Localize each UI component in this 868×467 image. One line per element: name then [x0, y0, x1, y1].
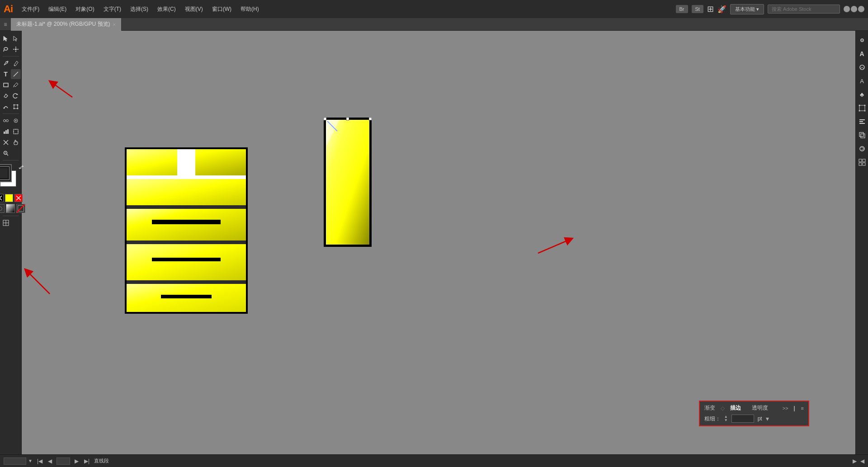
warp-tool[interactable] [1, 102, 11, 112]
color-area: ◯ [0, 164, 28, 213]
svg-rect-74 [859, 121, 863, 122]
eraser-tool[interactable] [1, 91, 11, 101]
artboard-tool[interactable] [11, 127, 21, 137]
blend-tool[interactable] [1, 116, 11, 126]
search-input[interactable] [768, 5, 840, 14]
pen-tool[interactable] [1, 58, 11, 68]
svg-rect-48 [127, 179, 246, 205]
align-panel-icon[interactable] [857, 117, 867, 127]
fill-swatch[interactable] [0, 164, 12, 182]
gradient-tab[interactable]: 渐变 [704, 404, 715, 412]
menu-help[interactable]: 帮助(H) [237, 4, 263, 15]
none-icon[interactable] [16, 204, 25, 213]
menu-object[interactable]: 对象(O) [72, 4, 98, 15]
grid-icon[interactable]: ⊞ [707, 4, 714, 14]
weight-dropdown[interactable]: ▾ [766, 415, 769, 422]
next-page-button[interactable]: ▶ [74, 458, 80, 464]
properties-icon[interactable] [857, 35, 867, 45]
color-swatches [0, 164, 24, 191]
pencil-tool[interactable] [11, 58, 21, 68]
document-tab[interactable]: 未标题-1.ai* @ 200% (RGB/GPU 预览) × [11, 18, 122, 31]
svg-rect-54 [152, 258, 221, 261]
swap-colors-icon[interactable] [18, 164, 24, 172]
eraser-tools [1, 91, 21, 101]
menu-edit[interactable]: 编辑(E) [45, 4, 70, 15]
symbol-panel-icon[interactable]: ♣ [857, 90, 867, 99]
svg-point-19 [6, 120, 8, 122]
zoom-dropdown-arrow[interactable]: ▼ [28, 458, 33, 463]
gradient-icon[interactable] [6, 204, 15, 213]
close-button[interactable]: × [858, 6, 864, 12]
none-swatch[interactable] [0, 194, 4, 202]
character-svg [125, 147, 248, 314]
graph-tools [1, 127, 21, 137]
magic-wand-tool[interactable] [11, 44, 21, 54]
color-mode-icon[interactable]: ◯ [0, 204, 5, 213]
play-button[interactable]: ▶ [853, 458, 857, 464]
slice-tool[interactable] [1, 137, 11, 147]
symbol-tool[interactable] [11, 116, 21, 126]
svg-rect-76 [859, 132, 863, 137]
page-number-input[interactable]: 1 [57, 458, 70, 465]
svg-rect-75 [859, 123, 865, 124]
weight-down-arrow[interactable]: ▼ [724, 419, 728, 422]
hand-tool[interactable] [11, 137, 21, 147]
weight-spinner[interactable]: ▲ ▼ [724, 415, 728, 422]
minimize-button[interactable]: – [844, 6, 850, 12]
red-swatch[interactable] [14, 194, 23, 202]
tab-close-button[interactable]: × [113, 22, 116, 27]
svg-point-12 [3, 108, 5, 109]
right-panel-strip: A A ♣ [855, 31, 868, 454]
last-page-button[interactable]: ▶| [83, 458, 90, 464]
menu-file[interactable]: 文件(F) [18, 4, 43, 15]
appearance-icon[interactable] [857, 62, 867, 72]
first-page-button[interactable]: |◀ [36, 458, 43, 464]
svg-rect-62 [324, 118, 326, 120]
br-button[interactable]: Br [676, 5, 688, 13]
expand-icon[interactable] [857, 144, 867, 154]
maximize-button[interactable]: □ [851, 6, 857, 12]
direct-selection-tool[interactable] [11, 33, 21, 43]
menu-window[interactable]: 窗口(W) [208, 4, 235, 15]
panel-menu-button[interactable]: ≡ [801, 406, 804, 411]
text-panel-icon[interactable]: A [857, 49, 867, 59]
font-panel-icon[interactable]: A [857, 76, 867, 86]
menu-view[interactable]: 视图(V) [181, 4, 207, 15]
zoom-input[interactable]: 200% [4, 458, 26, 465]
transform-panel-icon[interactable] [857, 103, 867, 113]
tab-expand[interactable]: ≡ [0, 21, 11, 28]
yellow-swatch[interactable] [5, 194, 13, 202]
stroke-weight-row: 粗细： ▲ ▼ 2 pt ▾ [704, 415, 804, 423]
weight-input[interactable]: 2 [731, 415, 754, 423]
workspace-button[interactable]: 基本功能 ▾ [730, 4, 764, 14]
svg-point-22 [15, 120, 16, 122]
line-tool[interactable] [11, 69, 21, 79]
eyedropper-tool[interactable] [11, 80, 21, 90]
character-shape-1[interactable] [125, 147, 248, 315]
character-shape-2[interactable] [324, 118, 369, 244]
selection-tool[interactable] [1, 33, 11, 43]
selection-tools [1, 33, 21, 43]
lasso-tool[interactable] [1, 44, 11, 54]
rectangle-tool[interactable] [1, 80, 11, 90]
graph-tool[interactable] [1, 127, 11, 137]
more-options-button[interactable]: >> [783, 406, 788, 411]
menu-text[interactable]: 文字(T) [100, 4, 125, 15]
rotate-tool[interactable] [11, 91, 21, 101]
prev-page-button[interactable]: ◀ [47, 458, 53, 464]
grid-panel-icon[interactable] [857, 157, 867, 167]
share-icon[interactable]: 🚀 [717, 5, 726, 14]
opacity-tab[interactable]: 透明度 [752, 404, 768, 412]
text-tool[interactable]: T [1, 69, 11, 79]
menu-effect[interactable]: 效果(C) [154, 4, 179, 15]
weight-label: 粗细： [704, 415, 721, 423]
tab-separator: ◇ [721, 405, 725, 411]
reverse-button[interactable]: ◀ [860, 458, 864, 464]
st-button[interactable]: St [692, 5, 703, 13]
stroke-tab[interactable]: 描边 [730, 404, 741, 412]
artboard-manage-tool[interactable] [1, 218, 11, 228]
zoom-tool[interactable] [1, 148, 11, 158]
free-transform-tool[interactable] [11, 102, 21, 112]
menu-select[interactable]: 选择(S) [127, 4, 152, 15]
pathfinder-icon[interactable] [857, 130, 867, 140]
